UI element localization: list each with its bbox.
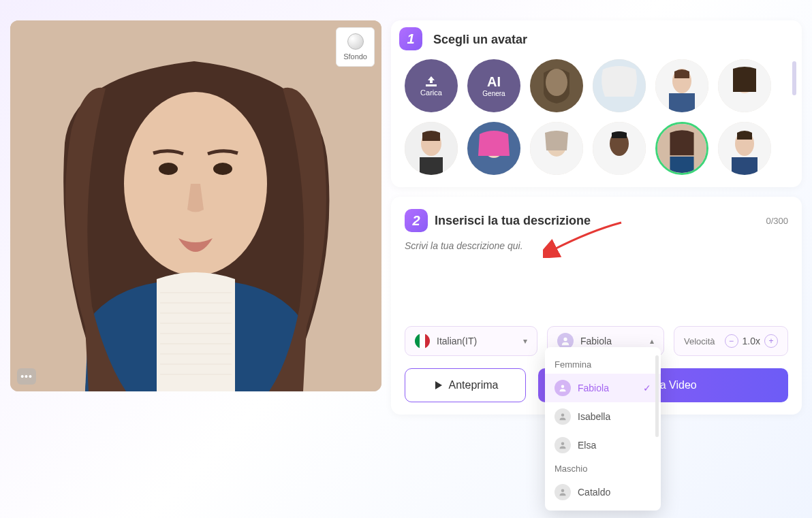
svg-rect-37 — [732, 157, 758, 175]
speed-control: Velocità − 1.0x + — [674, 326, 788, 356]
person-icon — [555, 380, 571, 396]
dropdown-group-female: Femmina — [545, 355, 661, 374]
svg-point-40 — [561, 414, 565, 417]
voice-option-label: Elsa — [578, 440, 651, 451]
svg-point-38 — [563, 338, 567, 341]
speed-value: 1.0x — [743, 336, 760, 346]
avatar-option-4[interactable] — [718, 59, 771, 112]
person-icon — [555, 484, 571, 500]
ai-sublabel: Genera — [482, 90, 505, 97]
avatar-option-7[interactable] — [530, 122, 583, 175]
avatar-option-9-selected[interactable] — [655, 122, 708, 175]
voice-value: Fabiola — [580, 336, 643, 346]
svg-rect-19 — [669, 93, 695, 112]
svg-point-39 — [561, 385, 565, 389]
dropdown-scrollbar[interactable] — [655, 355, 659, 437]
avatar-preview-panel: Sfondo ••• — [10, 20, 381, 391]
svg-rect-31 — [608, 157, 631, 175]
voice-option-cataldo[interactable]: Cataldo — [545, 478, 661, 506]
avatar-option-3[interactable] — [655, 59, 708, 112]
voice-dropdown: Femmina Fabiola ✓ Isabella Elsa Maschio … — [545, 347, 661, 511]
voice-option-isabella[interactable]: Isabella — [545, 402, 661, 431]
step1-card: 1 Scegli un avatar Carica AI Genera — [391, 20, 802, 187]
avatar-option-6[interactable] — [467, 122, 520, 175]
background-icon — [347, 33, 364, 50]
avatar-option-1[interactable] — [530, 59, 583, 112]
background-button[interactable]: Sfondo — [336, 27, 375, 67]
ai-generate-button[interactable]: AI Genera — [467, 59, 520, 112]
dropdown-group-male: Maschio — [545, 459, 661, 478]
voice-option-elsa[interactable]: Elsa — [545, 431, 661, 459]
step1-badge: 1 — [399, 27, 422, 50]
person-icon — [555, 408, 571, 425]
check-icon: ✓ — [643, 383, 651, 393]
voice-option-label: Fabiola — [578, 383, 636, 393]
language-select[interactable]: Italian(IT) ▾ — [405, 326, 537, 356]
step2-title: Inserisci la tua descrizione — [435, 214, 591, 228]
scrollbar[interactable] — [792, 61, 796, 95]
upload-label: Carica — [420, 88, 442, 97]
avatar-option-10[interactable] — [718, 122, 771, 175]
svg-point-3 — [213, 163, 232, 175]
chevron-down-icon: ▾ — [523, 336, 527, 346]
step1-title: Scegli un avatar — [433, 33, 788, 47]
voice-option-label: Cataldo — [578, 487, 651, 498]
more-options-button[interactable]: ••• — [17, 368, 36, 385]
chevron-up-icon: ▴ — [650, 336, 654, 346]
language-value: Italian(IT) — [437, 336, 516, 346]
upload-icon — [424, 75, 439, 87]
avatar-image — [10, 20, 381, 391]
italy-flag-icon — [415, 334, 430, 349]
avatar-option-2[interactable] — [593, 59, 646, 112]
ai-label: AI — [487, 74, 501, 90]
background-label: Sfondo — [343, 52, 367, 61]
svg-point-42 — [561, 489, 565, 493]
svg-rect-24 — [420, 157, 443, 175]
voice-option-fabiola[interactable]: Fabiola ✓ — [545, 374, 661, 402]
speed-decrease-button[interactable]: − — [725, 334, 738, 348]
char-counter: 0/300 — [766, 216, 788, 226]
speed-increase-button[interactable]: + — [764, 334, 778, 348]
dots-icon: ••• — [20, 371, 33, 382]
step2-badge: 2 — [405, 209, 428, 232]
preview-button-label: Anteprima — [449, 379, 499, 391]
svg-rect-34 — [670, 157, 693, 173]
svg-point-41 — [561, 442, 565, 446]
speed-label: Velocità — [684, 336, 715, 346]
upload-avatar-button[interactable]: Carica — [405, 59, 458, 112]
avatar-option-5[interactable] — [405, 122, 458, 175]
preview-button[interactable]: Anteprima — [405, 368, 526, 402]
person-icon — [555, 437, 571, 453]
voice-option-label: Isabella — [578, 411, 651, 422]
svg-point-2 — [159, 163, 178, 175]
description-input[interactable] — [405, 240, 788, 315]
avatar-option-8[interactable] — [593, 122, 646, 175]
play-icon — [433, 380, 443, 391]
